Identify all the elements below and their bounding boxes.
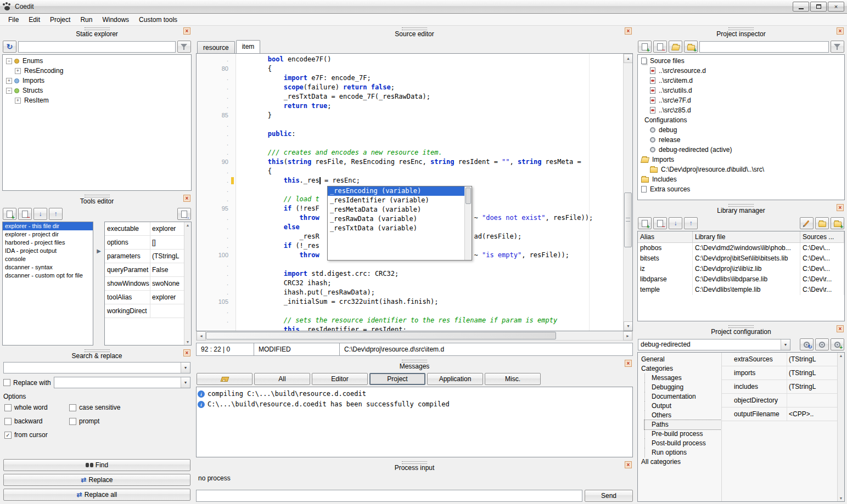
tree-item[interactable]: ..\src\z85.d (639, 105, 843, 115)
symbol-filter-input[interactable] (18, 41, 176, 53)
menu-file[interactable]: File (3, 14, 24, 25)
collapse-icon[interactable]: − (6, 58, 12, 64)
completion-item[interactable]: _resRawData (variable) (328, 214, 464, 224)
remove-source-button[interactable] (653, 41, 667, 53)
configuration-selector[interactable]: debug-redirected ▾ (638, 339, 790, 350)
tree-item[interactable]: +ResItem (4, 95, 190, 105)
add-tool-button[interactable] (3, 208, 16, 220)
panel-header[interactable]: Static explorer × (2, 26, 192, 39)
column-header[interactable]: Alias (638, 231, 693, 242)
property-value[interactable]: (TStringL (787, 366, 837, 380)
collapse-icon[interactable]: − (6, 88, 12, 94)
panel-close-ic[interactable]: × (183, 349, 190, 356)
property-value[interactable]: <CPP>.. (787, 407, 837, 421)
filter-application[interactable]: Application (427, 373, 483, 385)
tools-list[interactable]: explorer - this file direxplorer - proje… (2, 222, 93, 346)
minimize-button[interactable] (793, 2, 809, 12)
scrollbar-track[interactable] (206, 331, 623, 340)
tree-item[interactable]: Includes (639, 174, 843, 184)
category-item[interactable]: Others (644, 411, 721, 420)
category-item[interactable]: Categories (638, 364, 721, 373)
execute-tool-button[interactable] (177, 208, 191, 220)
drag-grip-icon[interactable] (402, 27, 427, 30)
tree-item[interactable]: ..\src\utils.d (639, 86, 843, 95)
remove-library-button[interactable] (653, 217, 667, 229)
tool-item[interactable]: explorer - project dir (3, 230, 93, 239)
tree-item[interactable]: +Imports (4, 76, 190, 86)
filter-all[interactable]: All (254, 373, 310, 385)
code-editor[interactable]: .80....85....90....95....100....105... b… (196, 53, 633, 331)
tool-item[interactable]: harbored - project files (3, 239, 93, 247)
expand-icon[interactable]: + (15, 68, 21, 74)
move-up-button[interactable]: ↑ (49, 208, 63, 220)
search-option[interactable]: whole word (4, 404, 69, 411)
inspector-filter-input[interactable] (699, 41, 829, 53)
maximize-button[interactable] (810, 2, 827, 12)
panel-header[interactable]: Source editor × (196, 26, 633, 39)
property-value[interactable]: (TStringL (787, 353, 837, 366)
add-library-button[interactable] (638, 217, 652, 229)
close-button[interactable]: × (828, 2, 844, 12)
replace-button[interactable]: ⇄Replace (3, 474, 190, 486)
tab-resource[interactable]: resource (197, 41, 235, 53)
library-row[interactable]: templeC:\Dev\dlibs\temple.libC:\Dev\r... (638, 285, 844, 295)
panel-close-ic[interactable]: × (837, 27, 844, 35)
add-configuration-button[interactable] (831, 338, 844, 350)
panel-close-ic[interactable]: × (183, 195, 190, 202)
property-value[interactable] (787, 394, 837, 407)
search-option[interactable]: case sensitive (69, 404, 190, 411)
checked-checkbox[interactable]: ✓ (4, 432, 12, 439)
editor-hscrollbar[interactable]: ◄ ► (196, 331, 633, 341)
menu-windows[interactable]: Windows (97, 14, 134, 25)
category-tree[interactable]: GeneralCategoriesMessagesDebuggingDocume… (638, 353, 721, 501)
column-header[interactable]: Sources ... (800, 231, 844, 242)
property-value[interactable]: swoNone (150, 277, 184, 290)
drag-grip-icon[interactable] (728, 204, 754, 207)
dropdown-icon[interactable]: ▾ (181, 377, 190, 388)
panel-close-ic[interactable]: × (183, 27, 190, 35)
column-header[interactable]: Library file (693, 231, 800, 242)
move-down-button[interactable]: ↓ (669, 217, 682, 229)
remove-tool-button[interactable] (18, 208, 32, 220)
open-library-file-button[interactable] (815, 217, 829, 229)
tree-item[interactable]: ..\src\e7F.d (639, 95, 843, 105)
panel-close-ic[interactable]: × (625, 360, 632, 367)
panel-header[interactable]: Library manager × (637, 202, 845, 216)
completion-item[interactable]: _resEncoding (variable) (328, 186, 464, 196)
move-down-button[interactable]: ↓ (33, 208, 47, 220)
tree-item[interactable]: Imports (639, 155, 843, 165)
tree-item[interactable]: release (639, 135, 843, 145)
process-input-field[interactable] (196, 490, 582, 502)
scroll-up-icon[interactable]: ▲ (839, 354, 843, 358)
property-value[interactable]: False (150, 263, 184, 276)
add-source-button[interactable] (638, 41, 652, 53)
find-button[interactable]: Find (3, 459, 190, 471)
property-value[interactable] (150, 304, 184, 318)
drag-grip-icon[interactable] (402, 461, 427, 464)
tree-item[interactable]: Source files (639, 56, 843, 66)
scroll-up-icon[interactable]: ▲ (624, 54, 633, 63)
completion-scrollbar[interactable] (464, 186, 472, 260)
grid-scrollbar[interactable]: ▲ ▼ (837, 353, 844, 501)
menu-custom-tools[interactable]: Custom tools (134, 14, 182, 25)
search-term-combo[interactable]: ▾ (3, 362, 190, 373)
category-item[interactable]: Output (644, 401, 721, 411)
filter-project[interactable]: Project (369, 373, 425, 385)
property-value[interactable]: explorer (150, 291, 184, 304)
search-option[interactable]: ✓from cursor (4, 431, 69, 439)
menu-project[interactable]: Project (45, 14, 75, 25)
completion-list[interactable]: _resEncoding (variable)_resIdentifier (v… (328, 186, 464, 260)
titlebar[interactable]: Coedit × (0, 0, 847, 14)
property-value[interactable]: (TStringL (150, 250, 184, 263)
panel-header[interactable]: Project inspector × (637, 26, 845, 39)
filter-misc[interactable]: Misc. (485, 373, 541, 385)
replace-term-combo[interactable]: ▾ (54, 377, 190, 388)
scroll-down-icon[interactable]: ▼ (624, 321, 633, 331)
drag-grip-icon[interactable] (402, 360, 427, 363)
tree-item[interactable]: debug (639, 125, 843, 135)
tool-item[interactable]: IDA - project output (3, 247, 93, 255)
filter-editor[interactable]: Editor (312, 373, 368, 385)
library-row[interactable]: izC:\Dev\dproj\iz\lib\iz.libC:\Dev\... (638, 264, 844, 274)
add-library-folder-button[interactable] (831, 217, 844, 229)
panel-header[interactable]: Messages × (196, 358, 633, 371)
